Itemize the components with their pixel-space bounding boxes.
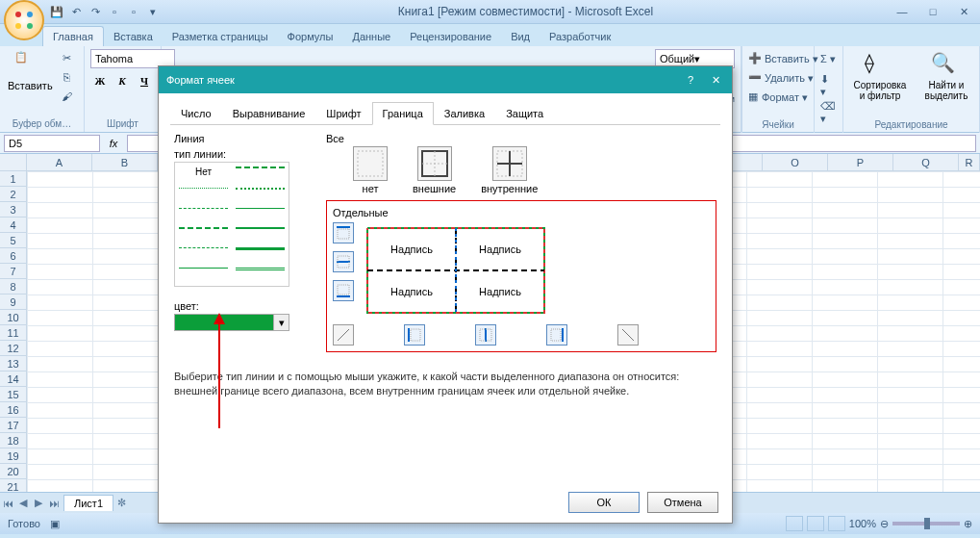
- tab-review[interactable]: Рецензирование: [400, 27, 501, 46]
- view-pagebreak-icon[interactable]: [828, 516, 845, 531]
- row-header[interactable]: 10: [0, 310, 26, 325]
- underline-button[interactable]: Ч: [135, 71, 154, 90]
- border-preview[interactable]: Надпись Надпись Надпись Надпись: [360, 222, 552, 319]
- format-painter-icon[interactable]: 🖌: [59, 88, 76, 105]
- tab-formulas[interactable]: Формулы: [278, 27, 343, 46]
- border-vmiddle-button[interactable]: [475, 324, 496, 346]
- line-style-picker[interactable]: Нет: [174, 162, 289, 287]
- tab-developer[interactable]: Разработчик: [540, 27, 620, 46]
- border-right-button[interactable]: [546, 324, 567, 346]
- border-top-button[interactable]: [333, 222, 354, 243]
- qat-icon-2[interactable]: ▫: [125, 3, 142, 20]
- row-header[interactable]: 15: [0, 387, 26, 402]
- tab-nav-last-icon[interactable]: ⏭: [46, 495, 62, 512]
- tab-protection[interactable]: Защита: [495, 102, 554, 125]
- find-select-button[interactable]: 🔍 Найти и выделить: [917, 49, 976, 103]
- tab-view[interactable]: Вид: [501, 27, 540, 46]
- row-header[interactable]: 11: [0, 325, 26, 341]
- tab-home[interactable]: Главная: [42, 26, 104, 46]
- view-normal-icon[interactable]: [786, 516, 803, 531]
- col-header[interactable]: P: [828, 154, 893, 170]
- border-left-button[interactable]: [404, 324, 425, 346]
- sheet-tab[interactable]: Лист1: [63, 495, 113, 511]
- preset-inside[interactable]: внутренние: [481, 146, 538, 194]
- col-header[interactable]: B: [92, 154, 158, 170]
- col-header[interactable]: Q: [893, 154, 959, 170]
- cut-icon[interactable]: ✂: [59, 49, 76, 66]
- row-header[interactable]: 2: [0, 187, 26, 202]
- tab-alignment[interactable]: Выравнивание: [222, 102, 316, 125]
- row-header[interactable]: 9: [0, 295, 26, 310]
- row-header[interactable]: 1: [0, 171, 26, 187]
- zoom-slider[interactable]: [892, 522, 960, 525]
- copy-icon[interactable]: ⎘: [59, 68, 76, 86]
- line-style-option[interactable]: [236, 227, 285, 237]
- preset-outline[interactable]: внешние: [413, 146, 456, 194]
- redo-icon[interactable]: ↷: [87, 3, 104, 20]
- row-header[interactable]: 4: [0, 218, 26, 233]
- dialog-close-button[interactable]: ✕: [707, 71, 724, 89]
- line-style-option[interactable]: [179, 247, 228, 257]
- line-style-none[interactable]: Нет: [179, 167, 228, 182]
- line-style-option[interactable]: [236, 247, 285, 257]
- line-style-option[interactable]: [236, 208, 285, 218]
- tab-nav-next-icon[interactable]: ▶: [31, 495, 46, 512]
- tab-nav-first-icon[interactable]: ⏮: [0, 495, 15, 512]
- qat-icon-1[interactable]: ▫: [106, 3, 123, 20]
- border-bottom-button[interactable]: [333, 280, 354, 301]
- row-header[interactable]: 5: [0, 233, 26, 248]
- tab-fill[interactable]: Заливка: [434, 102, 495, 125]
- row-header[interactable]: 19: [0, 448, 26, 464]
- row-header[interactable]: 14: [0, 371, 26, 387]
- col-header[interactable]: A: [27, 154, 92, 170]
- save-icon[interactable]: 💾: [48, 3, 65, 20]
- close-button[interactable]: ✕: [951, 3, 976, 20]
- line-style-option[interactable]: [236, 167, 285, 176]
- select-all-corner[interactable]: [0, 154, 27, 170]
- paste-button[interactable]: 📋 Вставить: [6, 49, 55, 105]
- ok-button[interactable]: ОК: [568, 492, 640, 513]
- row-header[interactable]: 12: [0, 341, 26, 356]
- line-style-option[interactable]: [179, 208, 228, 218]
- row-header[interactable]: 21: [0, 479, 26, 492]
- italic-button[interactable]: К: [113, 71, 132, 90]
- tab-data[interactable]: Данные: [342, 27, 400, 46]
- row-header[interactable]: 17: [0, 418, 26, 433]
- sort-filter-button[interactable]: ⟠ Сортировка и фильтр: [849, 49, 911, 103]
- line-style-option[interactable]: [236, 188, 285, 197]
- bold-button[interactable]: Ж: [90, 71, 110, 90]
- preset-none[interactable]: нет: [353, 146, 388, 194]
- border-hmiddle-button[interactable]: [333, 251, 354, 272]
- col-header[interactable]: O: [763, 154, 828, 170]
- tab-page-layout[interactable]: Разметка страницы: [163, 27, 278, 46]
- row-header[interactable]: 7: [0, 264, 26, 279]
- fill-button[interactable]: ⬇ ▾: [820, 76, 837, 95]
- line-style-option[interactable]: [179, 188, 228, 197]
- col-header[interactable]: R: [959, 154, 980, 170]
- row-header[interactable]: 3: [0, 202, 26, 218]
- cancel-button[interactable]: Отмена: [647, 492, 718, 513]
- dialog-help-button[interactable]: ?: [682, 71, 699, 89]
- view-layout-icon[interactable]: [807, 516, 824, 531]
- border-diag-up-button[interactable]: [333, 324, 354, 346]
- tab-insert[interactable]: Вставка: [104, 27, 163, 46]
- tab-nav-prev-icon[interactable]: ◀: [15, 495, 31, 512]
- row-header[interactable]: 16: [0, 402, 26, 418]
- dialog-title-bar[interactable]: Формат ячеек ? ✕: [159, 66, 732, 93]
- tab-border[interactable]: Граница: [372, 102, 434, 125]
- tab-font[interactable]: Шрифт: [315, 102, 371, 125]
- line-style-option[interactable]: [179, 268, 228, 277]
- format-cells-button[interactable]: ▦Формат ▾: [748, 88, 808, 107]
- zoom-out-button[interactable]: ⊖: [880, 518, 889, 530]
- line-style-option[interactable]: [236, 268, 285, 277]
- border-diag-down-button[interactable]: [617, 324, 639, 346]
- delete-cells-button[interactable]: ➖Удалить ▾: [748, 68, 808, 88]
- insert-cells-button[interactable]: ➕Вставить ▾: [748, 49, 808, 68]
- autosum-button[interactable]: Σ ▾: [820, 49, 837, 68]
- office-button[interactable]: [4, 0, 44, 40]
- row-header[interactable]: 18: [0, 433, 26, 448]
- undo-icon[interactable]: ↶: [67, 3, 85, 20]
- fx-button[interactable]: fx: [106, 136, 121, 151]
- zoom-in-button[interactable]: ⊕: [964, 518, 972, 530]
- qat-dropdown-icon[interactable]: ▾: [144, 3, 162, 20]
